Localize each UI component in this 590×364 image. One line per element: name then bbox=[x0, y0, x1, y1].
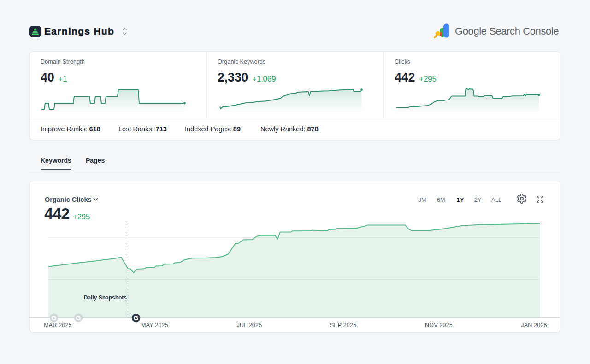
svg-text:Daily Snapshots: Daily Snapshots bbox=[84, 294, 127, 301]
svg-text:G: G bbox=[52, 314, 57, 322]
svg-text:G: G bbox=[134, 314, 139, 322]
svg-text:SEP 2025: SEP 2025 bbox=[330, 322, 357, 329]
svg-text:MAY 2025: MAY 2025 bbox=[141, 322, 168, 329]
svg-text:NOV 2025: NOV 2025 bbox=[425, 322, 453, 329]
svg-text:JUL 2025: JUL 2025 bbox=[237, 322, 262, 329]
svg-text:MAR 2025: MAR 2025 bbox=[44, 322, 72, 329]
svg-text:G: G bbox=[76, 314, 81, 322]
svg-text:JAN 2026: JAN 2026 bbox=[521, 322, 547, 329]
